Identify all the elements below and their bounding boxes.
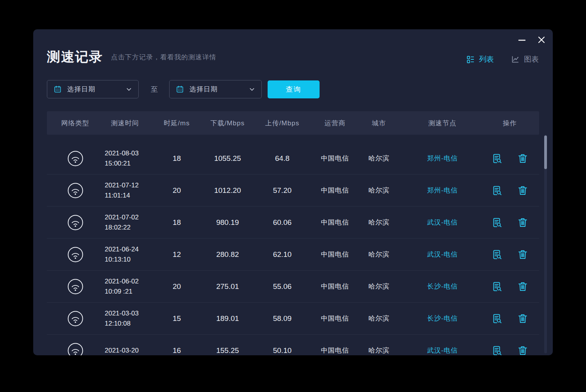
table-header: 网络类型 测速时间 时延/ms 下载/Mbps 上传/Mbps 运营商 城市 测… [47,111,539,135]
download-cell: 1012.20 [207,186,248,195]
city-cell: 哈尔滨 [354,282,404,291]
delete-record-button[interactable] [517,249,528,260]
carrier-cell: 中国电信 [316,218,354,227]
table-row[interactable]: 2021-06-24 10:13:10 12 280.82 62.10 中国电信… [47,239,539,271]
carrier-cell: 中国电信 [316,154,354,163]
upload-cell: 57.20 [248,186,316,195]
city-cell: 哈尔滨 [354,314,404,323]
view-record-button[interactable] [492,153,503,164]
date-to-select[interactable]: 选择日期 [169,80,262,98]
tab-list-view[interactable]: 列表 [466,54,494,64]
date-range-to-label: 至 [151,85,158,94]
chevron-down-icon [249,86,255,93]
view-record-button[interactable] [492,281,503,292]
list-view-icon [466,55,475,64]
view-record-button[interactable] [492,313,503,324]
wifi-icon [67,150,84,167]
latency-cell: 20 [146,186,207,195]
document-search-icon [492,185,503,196]
test-time-cell: 2021-07-02 18:02:22 [104,212,146,233]
page-title: 测速记录 [47,50,103,64]
node-cell: 武汉-电信 [404,346,481,355]
wifi-icon [67,214,84,231]
latency-cell: 18 [146,154,207,163]
col-network-type: 网络类型 [47,119,104,128]
delete-record-button[interactable] [517,313,528,324]
node-cell: 武汉-电信 [404,250,481,259]
delete-record-button[interactable] [517,153,528,164]
city-cell: 哈尔滨 [354,186,404,195]
scrollbar-track[interactable] [544,135,547,353]
download-cell: 189.01 [207,314,248,323]
test-time: 15:00:21 [105,159,130,169]
table-row[interactable]: 2021-07-12 11:01:14 20 1012.20 57.20 中国电… [47,175,539,207]
test-time-cell: 2021-06-24 10:13:10 [104,244,146,265]
carrier-cell: 中国电信 [316,314,354,323]
test-time: 18:02:22 [105,223,130,233]
actions-cell [481,345,539,356]
minimize-button[interactable] [517,35,527,45]
records-table: 网络类型 测速时间 时延/ms 下载/Mbps 上传/Mbps 运营商 城市 测… [47,111,539,355]
city-cell: 哈尔滨 [354,250,404,259]
test-time: 11:01:14 [105,191,130,201]
view-record-button[interactable] [492,217,503,228]
scrollbar-thumb[interactable] [544,135,547,169]
trash-icon [517,249,528,260]
actions-cell [481,153,539,164]
test-time-cell: 2021-07-12 11:01:14 [104,180,146,201]
upload-cell: 55.06 [248,282,316,291]
col-test-time: 测速时间 [104,119,146,128]
chart-view-icon [511,55,520,64]
table-row[interactable]: 2021-06-02 10:09 :21 20 275.01 55.06 中国电… [47,271,539,303]
delete-record-button[interactable] [517,185,528,196]
wifi-icon [67,310,84,327]
download-cell: 280.82 [207,250,248,259]
view-record-button[interactable] [492,185,503,196]
latency-cell: 18 [146,218,207,227]
trash-icon [517,313,528,324]
table-row[interactable]: 2021-08-03 15:00:21 18 1055.25 64.8 中国电信… [47,143,539,175]
network-type-cell [47,246,104,263]
test-date: 2021-07-02 [105,212,139,223]
test-date: 2021-08-03 [105,148,139,159]
app-window: 测速记录 点击下方记录，看看我的测速详情 列表 [33,29,553,355]
view-record-button[interactable] [492,345,503,356]
test-date: 2021-06-24 [105,244,139,255]
view-record-button[interactable] [492,249,503,260]
delete-record-button[interactable] [517,217,528,228]
minimize-icon [518,36,526,44]
carrier-cell: 中国电信 [316,282,354,291]
actions-cell [481,185,539,196]
query-button[interactable]: 查询 [268,80,320,98]
wifi-icon [67,342,84,356]
actions-cell [481,217,539,228]
date-from-select[interactable]: 选择日期 [47,80,139,98]
table-row[interactable]: 2021-07-02 18:02:22 18 980.19 60.06 中国电信… [47,207,539,239]
test-date: 2021-06-02 [105,276,139,287]
col-node: 测速节点 [404,119,481,128]
test-date: 2021-07-12 [105,180,139,191]
close-button[interactable] [536,35,547,45]
delete-record-button[interactable] [517,281,528,292]
table-row[interactable]: 2021-03-20 16 155.25 50.10 中国电信 哈尔滨 武汉-电… [47,335,539,355]
latency-cell: 15 [146,314,207,323]
node-cell: 郑州-电信 [404,186,481,195]
node-cell: 郑州-电信 [404,154,481,163]
trash-icon [517,153,528,164]
table-row[interactable]: 2021-03-03 12:10:08 15 189.01 58.09 中国电信… [47,303,539,335]
trash-icon [517,185,528,196]
actions-cell [481,249,539,260]
city-cell: 哈尔滨 [354,218,404,227]
latency-cell: 16 [146,346,207,355]
tab-chart-view[interactable]: 图表 [511,54,539,64]
delete-record-button[interactable] [517,345,528,356]
actions-cell [481,313,539,324]
document-search-icon [492,281,503,292]
close-icon [538,36,545,44]
window-controls [517,35,547,45]
network-type-cell [47,182,104,199]
col-upload: 上传/Mbps [248,119,316,128]
list-view-label: 列表 [479,54,494,64]
test-time-cell: 2021-08-03 15:00:21 [104,148,146,169]
test-time-cell: 2021-03-03 12:10:08 [104,308,146,329]
